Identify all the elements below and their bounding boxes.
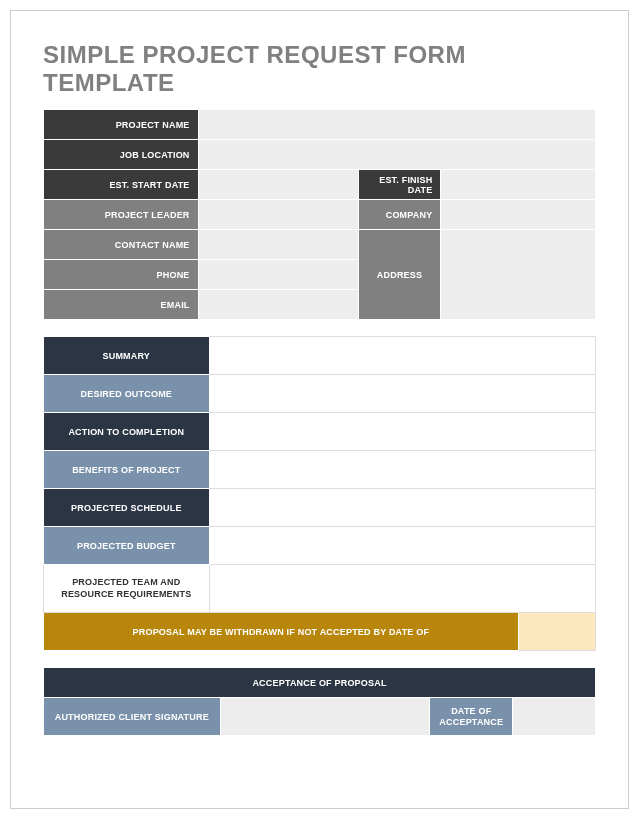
value-date-of-acceptance[interactable] <box>513 698 596 736</box>
label-est-start-date: EST. START DATE <box>44 170 199 200</box>
acceptance-table: ACCEPTANCE OF PROPOSAL AUTHORIZED CLIENT… <box>43 667 596 736</box>
label-email: EMAIL <box>44 290 199 320</box>
value-address[interactable] <box>441 230 596 320</box>
value-phone[interactable] <box>198 260 358 290</box>
label-date-of-acceptance: DATE OF ACCEPTANCE <box>430 698 513 736</box>
label-contact-name: CONTACT NAME <box>44 230 199 260</box>
page: SIMPLE PROJECT REQUEST FORM TEMPLATE PRO… <box>10 10 629 809</box>
label-benefits-of-project: BENEFITS OF PROJECT <box>44 451 210 489</box>
value-projected-budget[interactable] <box>209 527 595 565</box>
label-action-to-completion: ACTION TO COMPLETION <box>44 413 210 451</box>
value-project-leader[interactable] <box>198 200 358 230</box>
label-project-leader: PROJECT LEADER <box>44 200 199 230</box>
label-company: COMPANY <box>358 200 441 230</box>
label-projected-budget: PROJECTED BUDGET <box>44 527 210 565</box>
label-projected-team: PROJECTED TEAM AND RESOURCE REQUIREMENTS <box>44 565 210 613</box>
value-contact-name[interactable] <box>198 230 358 260</box>
value-job-location[interactable] <box>198 140 595 170</box>
project-info-table: PROJECT NAME JOB LOCATION EST. START DAT… <box>43 109 596 320</box>
value-project-name[interactable] <box>198 110 595 140</box>
page-title: SIMPLE PROJECT REQUEST FORM TEMPLATE <box>43 41 596 97</box>
value-projected-schedule[interactable] <box>209 489 595 527</box>
value-projected-team[interactable] <box>209 565 595 613</box>
label-acceptance-header: ACCEPTANCE OF PROPOSAL <box>44 668 596 698</box>
value-action-to-completion[interactable] <box>209 413 595 451</box>
label-summary: SUMMARY <box>44 337 210 375</box>
value-authorized-signature[interactable] <box>220 698 430 736</box>
value-est-finish-date[interactable] <box>441 170 596 200</box>
label-phone: PHONE <box>44 260 199 290</box>
label-address: ADDRESS <box>358 230 441 320</box>
label-desired-outcome: DESIRED OUTCOME <box>44 375 210 413</box>
label-projected-schedule: PROJECTED SCHEDULE <box>44 489 210 527</box>
label-project-name: PROJECT NAME <box>44 110 199 140</box>
value-summary[interactable] <box>209 337 595 375</box>
value-email[interactable] <box>198 290 358 320</box>
label-withdrawal-notice: PROPOSAL MAY BE WITHDRAWN IF NOT ACCEPTE… <box>44 613 519 651</box>
value-withdrawal-date[interactable] <box>518 613 595 651</box>
project-details-table: SUMMARY DESIRED OUTCOME ACTION TO COMPLE… <box>43 336 596 651</box>
label-est-finish-date: EST. FINISH DATE <box>358 170 441 200</box>
label-job-location: JOB LOCATION <box>44 140 199 170</box>
label-authorized-signature: AUTHORIZED CLIENT SIGNATURE <box>44 698 221 736</box>
value-est-start-date[interactable] <box>198 170 358 200</box>
value-company[interactable] <box>441 200 596 230</box>
value-desired-outcome[interactable] <box>209 375 595 413</box>
value-benefits-of-project[interactable] <box>209 451 595 489</box>
